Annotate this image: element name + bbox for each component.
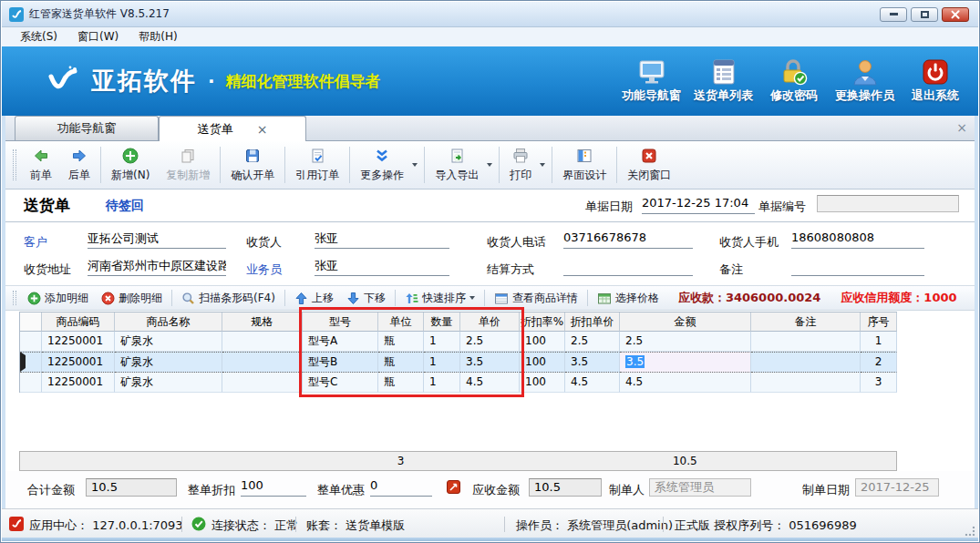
salesman-label[interactable]: 业务员: [246, 261, 282, 278]
move-up-button[interactable]: 上移: [288, 291, 340, 306]
next-doc-button[interactable]: 后单: [60, 141, 98, 189]
table-header-row: 商品编码 商品名称 规格 型号 单位 数量 单价 折扣率% 折扣单价 金额 备注…: [20, 312, 897, 332]
exit-system-button[interactable]: 退出系统: [907, 58, 964, 104]
new-doc-button[interactable]: 新增(N): [103, 141, 158, 189]
move-down-button[interactable]: 下移: [340, 291, 392, 306]
remark-field[interactable]: [791, 258, 924, 276]
whole-discount-field[interactable]: 100: [241, 478, 306, 497]
confirm-billing-button[interactable]: 确认开单: [222, 141, 283, 189]
tab-label: 功能导航窗: [57, 120, 117, 137]
customer-field[interactable]: 亚拓公司测试: [88, 231, 226, 249]
more-actions-dropdown[interactable]: [412, 141, 422, 189]
ui-design-button[interactable]: 界面设计: [554, 141, 614, 189]
privilege-field[interactable]: 0: [370, 478, 432, 497]
toolbar-separator: [587, 290, 588, 306]
settlement-field[interactable]: [563, 258, 693, 276]
col-header[interactable]: 折扣率%: [520, 312, 565, 332]
sort-icon: [405, 292, 418, 305]
address-field[interactable]: 河南省郑州市中原区建设路: [88, 258, 226, 276]
tab-strip-close-icon[interactable]: ×: [956, 120, 967, 135]
nav-window-button[interactable]: 功能导航窗: [622, 58, 681, 104]
close-button[interactable]: [942, 7, 969, 22]
toolbar-separator: [616, 147, 617, 183]
col-header[interactable]: 数量: [424, 312, 460, 332]
document-header: 送货单 待签回 单据日期 2017-12-25 17:04 单据编号: [5, 190, 975, 222]
chevron-down-icon: [540, 163, 545, 167]
titlebar[interactable]: 红管家送货单软件 V8.5.217: [2, 2, 978, 27]
prev-doc-button[interactable]: 前单: [22, 141, 60, 189]
col-header[interactable]: 型号: [303, 312, 378, 332]
window-frame: [975, 116, 978, 539]
col-header[interactable]: 单价: [460, 312, 520, 332]
magnifier-icon: [181, 292, 195, 305]
doc-date-field[interactable]: 2017-12-25 17:04: [642, 196, 755, 214]
menu-system[interactable]: 系统(S): [11, 27, 67, 46]
col-header[interactable]: 商品名称: [115, 312, 222, 332]
current-row-marker-icon: [20, 352, 26, 372]
table-row-selected[interactable]: 12250001 矿泉水 型号B 瓶 1 3.5 100 3.5 3.5 2: [20, 352, 897, 373]
status-separator: [663, 517, 664, 532]
tab-delivery-note[interactable]: 送货单 ×: [159, 116, 306, 141]
connection-status: 连接状态： 正常: [211, 517, 298, 534]
consignee-mobile-field[interactable]: 18608080808: [791, 231, 924, 249]
amount-cell-editing[interactable]: 3.5: [620, 352, 751, 373]
price-grid-icon: [597, 292, 612, 305]
consignee-phone-field[interactable]: 03716678678: [563, 231, 693, 249]
table-row[interactable]: 12250001 矿泉水 型号C 瓶 1 4.5 100 4.5 4.5 3: [20, 373, 897, 393]
double-chevron-down-icon: [373, 147, 391, 165]
maximize-button[interactable]: [911, 7, 938, 22]
menu-window[interactable]: 窗口(W): [68, 27, 128, 46]
tab-close-icon[interactable]: ×: [257, 123, 268, 136]
add-detail-button[interactable]: 添加明细: [21, 291, 95, 306]
address-label: 收货地址: [24, 261, 71, 278]
salesman-field[interactable]: 张亚: [315, 258, 449, 276]
banner: 亚拓软件 · 精细化管理软件倡导者 功能导航窗 送货单列表 修改: [2, 46, 978, 116]
brand-name: 亚拓软件: [91, 65, 197, 97]
doc-number-field[interactable]: [817, 195, 959, 212]
window-frame-bottom: [2, 538, 978, 541]
close-window-button[interactable]: 关闭窗口: [619, 141, 679, 189]
license-status: 正式版 授权序列号： 051696989: [675, 517, 857, 534]
toolbar-separator: [349, 147, 350, 183]
add-circle-icon: [121, 147, 139, 165]
switch-operator-button[interactable]: 更换操作员: [835, 58, 894, 104]
adjust-amount-icon[interactable]: [447, 480, 460, 494]
power-icon: [922, 58, 949, 86]
total-amount-field[interactable]: 10.5: [86, 478, 177, 497]
more-actions-button[interactable]: 更多操作: [352, 141, 412, 189]
menu-help[interactable]: 帮助(H): [129, 27, 186, 46]
import-export-button[interactable]: 导入导出: [427, 141, 487, 189]
col-header[interactable]: 金额: [620, 312, 751, 332]
col-header[interactable]: 单位: [378, 312, 424, 332]
tab-nav-window[interactable]: 功能导航窗: [15, 116, 159, 140]
change-password-button[interactable]: 修改密码: [766, 58, 822, 104]
reference-order-button[interactable]: 引用订单: [287, 141, 347, 189]
col-header[interactable]: 商品编码: [42, 312, 115, 332]
resize-grip[interactable]: [965, 526, 975, 537]
select-price-button[interactable]: 选择价格: [591, 291, 665, 306]
customer-label[interactable]: 客户: [24, 234, 47, 251]
table-row[interactable]: 12250001 矿泉水 型号A 瓶 1 2.5 100 2.5 2.5 1: [20, 332, 897, 352]
receivable-amount-field[interactable]: 10.5: [529, 478, 602, 497]
delivery-list-button[interactable]: 送货单列表: [694, 58, 753, 104]
doc-number-label: 单据编号: [758, 199, 806, 215]
col-header[interactable]: 序号: [861, 312, 897, 332]
toolbar-grip[interactable]: [13, 291, 16, 305]
quick-sort-button[interactable]: 快速排序: [398, 291, 481, 306]
maker-field[interactable]: 系统管理员: [649, 478, 751, 497]
col-header[interactable]: 折扣单价: [565, 312, 620, 332]
print-button[interactable]: 打印: [501, 141, 540, 189]
scan-barcode-button[interactable]: 扫描条形码(F4): [175, 291, 282, 306]
col-header[interactable]: 备注: [751, 312, 861, 332]
view-product-detail-button[interactable]: 查看商品详情: [488, 291, 584, 306]
toolbar-grip[interactable]: [13, 149, 16, 180]
minimize-button[interactable]: [880, 7, 907, 22]
delete-detail-button[interactable]: 删除明细: [95, 291, 169, 306]
col-header[interactable]: 规格: [222, 312, 303, 332]
consignee-field[interactable]: 张亚: [315, 231, 449, 249]
make-date-field[interactable]: 2017-12-25: [855, 478, 939, 497]
toolbar-separator: [100, 147, 101, 183]
import-export-dropdown[interactable]: [487, 141, 497, 189]
copy-new-button[interactable]: 复制新增: [158, 141, 218, 189]
print-dropdown[interactable]: [540, 141, 550, 189]
